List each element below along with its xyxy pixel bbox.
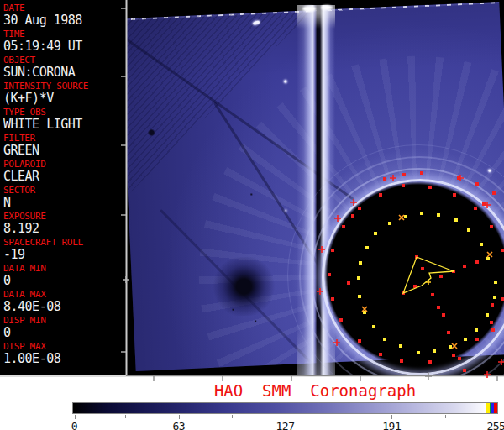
field-value: 0	[3, 326, 126, 340]
streak-glare	[321, 5, 333, 10]
coronagraph-viewer-window: DATE30 Aug 1988TIME05:19:49 UTOBJECTSUN:…	[0, 0, 504, 430]
speck	[255, 320, 256, 322]
speck	[233, 309, 234, 311]
star-spot	[284, 81, 286, 83]
field-value: 8.40E-08	[3, 300, 126, 314]
colorbar-ticks	[72, 414, 498, 420]
colorbar-minor-tick	[339, 415, 339, 418]
metadata-field-data-min: DATA MIN0	[3, 263, 126, 288]
colorbar-major-tick	[286, 415, 286, 419]
star-spot	[285, 210, 286, 212]
colorbar-major-tick	[496, 415, 496, 419]
colorbar-label: 63	[172, 420, 185, 430]
metadata-field-filter: FILTERGREEN	[3, 133, 126, 158]
dark-spot	[148, 129, 155, 136]
field-label: SECTOR	[3, 185, 126, 196]
field-value: -19	[3, 248, 126, 262]
colorbar-end-stripe	[490, 403, 491, 413]
colorbar-minor-tick	[232, 415, 233, 418]
speck	[250, 194, 252, 196]
field-value: CLEAR	[3, 170, 126, 184]
field-value: (K+F)*V	[3, 92, 126, 106]
metadata-field-disp-max: DISP MAX1.00E-08	[3, 341, 126, 366]
dark-dust-blob	[211, 255, 277, 317]
field-label: DISP MIN	[3, 315, 126, 326]
colorbar-label: 255	[486, 420, 504, 430]
colorbar-major-tick	[75, 415, 76, 419]
colorbar-label: 127	[276, 420, 295, 430]
field-value: 0	[3, 274, 126, 288]
colorbar-label: 191	[382, 420, 401, 430]
metadata-field-disp-min: DISP MIN0	[3, 315, 126, 340]
field-value: WHITE LIGHT	[3, 118, 126, 132]
metadata-field-spacecraft-roll: SPACECRAFT ROLL-19	[3, 237, 126, 262]
colorbar-major-tick	[179, 415, 180, 419]
colorbar-end-stripe	[494, 403, 497, 413]
metadata-field-date: DATE30 Aug 1988	[3, 3, 126, 28]
field-value: 05:19:49 UT	[3, 39, 126, 54]
colorbar-end-stripe	[486, 403, 490, 413]
field-value: N	[3, 196, 126, 210]
occulter-disk	[323, 181, 504, 369]
field-value: SUN:CORONA	[3, 66, 126, 80]
colorbar-end-stripe	[491, 403, 494, 413]
image-title: HAO SMM Coronagraph	[126, 381, 504, 400]
metadata-field-exposure: EXPOSURE8.192	[3, 211, 126, 236]
colorbar-label: 0	[71, 420, 77, 430]
metadata-panel: DATE30 Aug 1988TIME05:19:49 UTOBJECTSUN:…	[0, 0, 126, 377]
colorbar-minor-tick	[125, 415, 126, 418]
metadata-field-sector: SECTORN	[3, 185, 126, 210]
field-value: 30 Aug 1988	[3, 13, 126, 28]
field-value: 1.00E-08	[3, 352, 126, 366]
coronagraph-image-display	[126, 0, 504, 376]
metadata-field-type-obs: TYPE-OBSWHITE LIGHT	[3, 107, 126, 132]
metadata-field-intensity-source: INTENSITY SOURCE(K+F)*V	[3, 81, 126, 106]
colorbar-major-tick	[391, 415, 392, 419]
field-value: 8.192	[3, 222, 126, 236]
intensity-colorbar	[72, 402, 498, 414]
metadata-field-time: TIME05:19:49 UT	[3, 29, 126, 54]
metadata-field-polaroid: POLAROIDCLEAR	[3, 159, 126, 184]
metadata-field-object: OBJECTSUN:CORONA	[3, 55, 126, 80]
streak-glare	[302, 6, 316, 12]
metadata-field-data-max: DATA MAX8.40E-08	[3, 289, 126, 314]
field-label: DATA MIN	[3, 263, 126, 274]
field-value: GREEN	[3, 144, 126, 158]
colorbar-minor-tick	[445, 415, 446, 418]
